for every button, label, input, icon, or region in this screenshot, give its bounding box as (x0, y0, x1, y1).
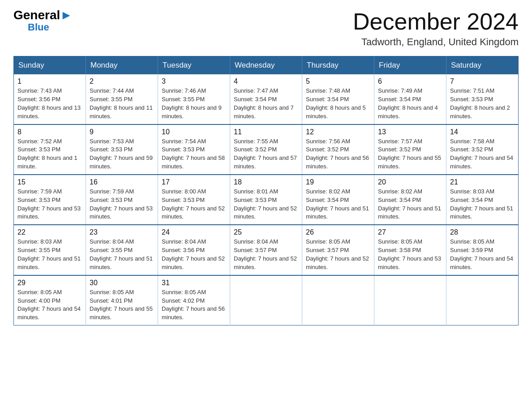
calendar-cell: 12Sunrise: 7:56 AMSunset: 3:52 PMDayligh… (302, 124, 374, 175)
day-number: 15 (17, 178, 82, 186)
calendar-cell: 31Sunrise: 8:05 AMSunset: 4:02 PMDayligh… (158, 275, 230, 325)
day-number: 27 (378, 228, 442, 236)
calendar-cell: 24Sunrise: 8:04 AMSunset: 3:56 PMDayligh… (158, 225, 230, 275)
header-wednesday: Wednesday (230, 56, 302, 75)
week-row-4: 22Sunrise: 8:03 AMSunset: 3:55 PMDayligh… (14, 225, 519, 275)
calendar-cell: 30Sunrise: 8:05 AMSunset: 4:01 PMDayligh… (86, 275, 158, 325)
day-info: Sunrise: 7:44 AMSunset: 3:55 PMDaylight:… (90, 87, 154, 120)
calendar-cell: 17Sunrise: 8:00 AMSunset: 3:53 PMDayligh… (158, 175, 230, 225)
day-info: Sunrise: 7:48 AMSunset: 3:54 PMDaylight:… (306, 87, 370, 120)
calendar-cell: 9Sunrise: 7:53 AMSunset: 3:53 PMDaylight… (86, 124, 158, 175)
day-info: Sunrise: 7:57 AMSunset: 3:52 PMDaylight:… (378, 137, 442, 171)
calendar-cell: 6Sunrise: 7:49 AMSunset: 3:54 PMDaylight… (374, 74, 446, 124)
calendar-cell: 4Sunrise: 7:47 AMSunset: 3:54 PMDaylight… (230, 74, 302, 124)
header-monday: Monday (86, 56, 158, 75)
day-info: Sunrise: 8:05 AMSunset: 4:01 PMDaylight:… (90, 288, 154, 322)
day-info: Sunrise: 7:53 AMSunset: 3:53 PMDaylight:… (90, 137, 154, 171)
day-number: 5 (306, 77, 370, 86)
day-number: 20 (378, 178, 442, 186)
calendar-cell: 5Sunrise: 7:48 AMSunset: 3:54 PMDaylight… (302, 74, 374, 124)
day-info: Sunrise: 7:56 AMSunset: 3:52 PMDaylight:… (306, 137, 370, 171)
day-number: 25 (234, 228, 298, 236)
calendar-cell: 25Sunrise: 8:04 AMSunset: 3:57 PMDayligh… (230, 225, 302, 275)
day-number: 31 (162, 279, 226, 287)
day-info: Sunrise: 7:47 AMSunset: 3:54 PMDaylight:… (234, 87, 298, 120)
calendar-cell (302, 275, 374, 325)
day-info: Sunrise: 8:03 AMSunset: 3:55 PMDaylight:… (17, 238, 82, 271)
day-number: 10 (162, 128, 226, 136)
calendar-cell: 28Sunrise: 8:05 AMSunset: 3:59 PMDayligh… (446, 225, 519, 275)
week-row-5: 29Sunrise: 8:05 AMSunset: 4:00 PMDayligh… (14, 275, 519, 325)
day-number: 1 (17, 77, 82, 86)
days-header-row: SundayMondayTuesdayWednesdayThursdayFrid… (14, 56, 519, 75)
calendar-cell: 26Sunrise: 8:05 AMSunset: 3:57 PMDayligh… (302, 225, 374, 275)
day-number: 24 (162, 228, 226, 236)
day-info: Sunrise: 7:43 AMSunset: 3:56 PMDaylight:… (17, 87, 82, 120)
day-info: Sunrise: 8:05 AMSunset: 3:59 PMDaylight:… (450, 238, 515, 271)
day-number: 6 (378, 77, 442, 86)
day-number: 16 (90, 178, 154, 186)
calendar-cell: 20Sunrise: 8:02 AMSunset: 3:54 PMDayligh… (374, 175, 446, 225)
day-info: Sunrise: 7:49 AMSunset: 3:54 PMDaylight:… (378, 87, 442, 120)
day-number: 3 (162, 77, 226, 86)
day-number: 8 (17, 128, 82, 136)
logo-blue-text: Blue (28, 21, 49, 33)
day-info: Sunrise: 7:54 AMSunset: 3:53 PMDaylight:… (162, 137, 226, 171)
calendar-cell: 19Sunrise: 8:02 AMSunset: 3:54 PMDayligh… (302, 175, 374, 225)
day-number: 22 (17, 228, 82, 236)
day-number: 13 (378, 128, 442, 136)
calendar-cell: 16Sunrise: 7:59 AMSunset: 3:53 PMDayligh… (86, 175, 158, 225)
day-number: 12 (306, 128, 370, 136)
day-info: Sunrise: 8:05 AMSunset: 4:00 PMDaylight:… (17, 288, 82, 322)
week-row-1: 1Sunrise: 7:43 AMSunset: 3:56 PMDaylight… (14, 74, 519, 124)
calendar-cell: 11Sunrise: 7:55 AMSunset: 3:52 PMDayligh… (230, 124, 302, 175)
day-info: Sunrise: 7:52 AMSunset: 3:53 PMDaylight:… (17, 137, 82, 171)
day-info: Sunrise: 8:05 AMSunset: 4:02 PMDaylight:… (162, 288, 226, 322)
day-number: 7 (450, 77, 515, 86)
header-sunday: Sunday (14, 56, 86, 75)
day-info: Sunrise: 8:02 AMSunset: 3:54 PMDaylight:… (306, 188, 370, 221)
calendar-table: SundayMondayTuesdayWednesdayThursdayFrid… (13, 56, 519, 325)
logo: General► Blue (13, 9, 73, 33)
day-number: 30 (90, 279, 154, 287)
day-info: Sunrise: 7:55 AMSunset: 3:52 PMDaylight:… (234, 137, 298, 171)
week-row-3: 15Sunrise: 7:59 AMSunset: 3:53 PMDayligh… (14, 175, 519, 225)
calendar-cell: 21Sunrise: 8:03 AMSunset: 3:54 PMDayligh… (446, 175, 519, 225)
header: General► Blue December 2024 Tadworth, En… (13, 9, 519, 48)
location-title: Tadworth, England, United Kingdom (353, 36, 519, 48)
day-info: Sunrise: 7:59 AMSunset: 3:53 PMDaylight:… (90, 188, 154, 221)
header-tuesday: Tuesday (158, 56, 230, 75)
day-info: Sunrise: 8:00 AMSunset: 3:53 PMDaylight:… (162, 188, 226, 221)
month-title: December 2024 (353, 9, 519, 34)
calendar-cell: 18Sunrise: 8:01 AMSunset: 3:53 PMDayligh… (230, 175, 302, 225)
calendar-cell: 15Sunrise: 7:59 AMSunset: 3:53 PMDayligh… (14, 175, 86, 225)
day-info: Sunrise: 8:03 AMSunset: 3:54 PMDaylight:… (450, 188, 515, 221)
calendar-cell: 3Sunrise: 7:46 AMSunset: 3:55 PMDaylight… (158, 74, 230, 124)
day-number: 2 (90, 77, 154, 86)
calendar-cell (374, 275, 446, 325)
calendar-cell: 14Sunrise: 7:58 AMSunset: 3:52 PMDayligh… (446, 124, 519, 175)
day-number: 9 (90, 128, 154, 136)
day-number: 19 (306, 178, 370, 186)
day-info: Sunrise: 7:46 AMSunset: 3:55 PMDaylight:… (162, 87, 226, 120)
day-info: Sunrise: 8:05 AMSunset: 3:58 PMDaylight:… (378, 238, 442, 271)
day-info: Sunrise: 8:04 AMSunset: 3:57 PMDaylight:… (234, 238, 298, 271)
header-thursday: Thursday (302, 56, 374, 75)
calendar-cell: 23Sunrise: 8:04 AMSunset: 3:55 PMDayligh… (86, 225, 158, 275)
calendar-cell: 1Sunrise: 7:43 AMSunset: 3:56 PMDaylight… (14, 74, 86, 124)
calendar-cell: 8Sunrise: 7:52 AMSunset: 3:53 PMDaylight… (14, 124, 86, 175)
calendar-cell: 29Sunrise: 8:05 AMSunset: 4:00 PMDayligh… (14, 275, 86, 325)
day-number: 28 (450, 228, 515, 236)
day-info: Sunrise: 7:58 AMSunset: 3:52 PMDaylight:… (450, 137, 515, 171)
day-info: Sunrise: 8:01 AMSunset: 3:53 PMDaylight:… (234, 188, 298, 221)
title-area: December 2024 Tadworth, England, United … (353, 9, 519, 48)
day-info: Sunrise: 8:05 AMSunset: 3:57 PMDaylight:… (306, 238, 370, 271)
calendar-cell (446, 275, 519, 325)
day-number: 26 (306, 228, 370, 236)
calendar-cell: 7Sunrise: 7:51 AMSunset: 3:53 PMDaylight… (446, 74, 519, 124)
day-info: Sunrise: 8:04 AMSunset: 3:56 PMDaylight:… (162, 238, 226, 271)
header-friday: Friday (374, 56, 446, 75)
day-number: 23 (90, 228, 154, 236)
header-saturday: Saturday (446, 56, 519, 75)
day-number: 4 (234, 77, 298, 86)
